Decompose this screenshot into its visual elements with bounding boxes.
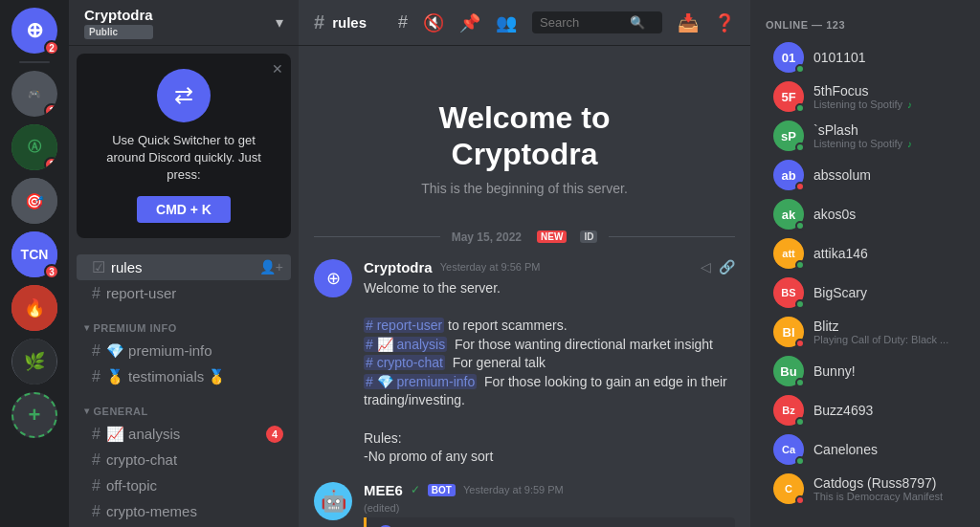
- avatar-buzz4693: Bz: [773, 395, 804, 426]
- member-akos0s[interactable]: ak akos0s: [758, 195, 972, 233]
- member-abssolum[interactable]: ab abssolum: [758, 156, 972, 194]
- name-attika146: attika146: [813, 246, 965, 261]
- info-canelones: Canelones: [813, 442, 965, 457]
- server-icon-6[interactable]: 🌿: [11, 339, 57, 384]
- channel-name-testimonials: 🥇 testimonials 🥇: [106, 368, 227, 385]
- member-0101101[interactable]: 01 0101101: [758, 38, 972, 77]
- server-icon-1[interactable]: 🎮 1: [11, 71, 57, 117]
- hashtag-icon-off-topic: #: [92, 477, 100, 494]
- status-5thFocus: Listening to Spotify ♪: [813, 99, 965, 110]
- channel-item-off-topic[interactable]: # off-topic: [77, 473, 291, 498]
- chat-hashtag-icon: #: [314, 11, 324, 33]
- channel-sidebar: Cryptodra Public ▾ ✕ ⇄ Use Quick Switche…: [69, 0, 299, 527]
- cryptodra-avatar: ⊕: [314, 259, 352, 297]
- new-badge: NEW: [537, 231, 567, 243]
- name-akos0s: akos0s: [813, 207, 965, 222]
- info-0101101: 0101101: [813, 50, 965, 65]
- member-bunny[interactable]: Bu Bunny!: [758, 352, 972, 390]
- hashtag-icon-crypto-chat: #: [92, 451, 100, 469]
- info-5thFocus: 5thFocus Listening to Spotify ♪: [813, 83, 965, 110]
- msg-icons-cryptodra: ◁ 🔗: [701, 259, 735, 274]
- server-divider: [19, 61, 50, 63]
- channel-item-crypto-chat[interactable]: # crypto-chat: [77, 448, 291, 472]
- server-name: Cryptodra: [84, 7, 153, 23]
- status-splash: Listening to Spotify ♪: [813, 138, 965, 149]
- member-canelones[interactable]: Ca Canelones: [758, 430, 972, 469]
- channel-item-crypto-memes[interactable]: # crypto-memes: [77, 499, 291, 524]
- badge-2: 1: [44, 157, 57, 170]
- name-bunny: Bunny!: [813, 363, 965, 379]
- mention-report-user: # report-user: [364, 318, 444, 333]
- mee6-author: MEE6: [364, 482, 403, 498]
- category-premium-info[interactable]: PREMIUM INFO: [69, 307, 299, 338]
- hashtag-icon-rules: ☑: [92, 258, 105, 276]
- public-badge: Public: [84, 25, 153, 39]
- server-badge-1: 2: [44, 40, 59, 55]
- channel-item-report-user[interactable]: # report-user: [77, 281, 291, 306]
- message-cryptodra: ⊕ Cryptodra Yesterday at 9:56 PM ◁ 🔗 Wel…: [314, 259, 735, 467]
- channel-item-premium-info[interactable]: # 💎 premium-info: [77, 339, 291, 363]
- welcome-title: Welcome toCryptodra: [314, 99, 735, 173]
- avatar-0101101: 01: [773, 42, 804, 73]
- discord-home-icon[interactable]: ⊕ 2: [11, 8, 57, 54]
- message-mee6: 🤖 MEE6 ✓ BOT Yesterday at 9:59 PM (edite…: [314, 482, 735, 527]
- name-buzz4693: Buzz4693: [813, 403, 965, 418]
- channel-name-analysis: 📈 analysis: [106, 426, 180, 443]
- channel-item-testimonials[interactable]: # 🥇 testimonials 🥇: [77, 364, 291, 389]
- quick-switcher-shortcut[interactable]: CMD + K: [137, 196, 231, 223]
- category-general[interactable]: GENERAL: [69, 390, 299, 421]
- quick-switcher-close[interactable]: ✕: [272, 61, 283, 77]
- server-header[interactable]: Cryptodra Public ▾: [69, 0, 299, 46]
- member-buzz4693[interactable]: Bz Buzz4693: [758, 391, 972, 429]
- quick-switcher-icon: ⇄: [157, 69, 211, 122]
- server-icon-2[interactable]: Ⓐ 1: [11, 124, 57, 170]
- search-box[interactable]: 🔍: [532, 11, 662, 33]
- channel-item-analysis[interactable]: # 📈 analysis 4: [77, 422, 291, 447]
- avatar-canelones: Ca: [773, 434, 804, 465]
- add-server-button[interactable]: +: [11, 392, 57, 438]
- chat-header: # rules # 🔇 📌 👥 🔍 📥 ❓: [299, 0, 750, 46]
- chat-header-icons: # 🔇 📌 👥 🔍 📥 ❓: [398, 11, 735, 33]
- server-icon-3[interactable]: 🎯: [11, 178, 57, 224]
- message-quote: ⊕ Cryptodra React with the ⊕ below this …: [364, 517, 735, 527]
- channel-name-off-topic: off-topic: [106, 477, 157, 494]
- badge-1: 1: [44, 103, 57, 117]
- info-abssolum: abssolum: [813, 167, 965, 183]
- member-bigscary[interactable]: BS BigScary: [758, 274, 972, 312]
- channel-name-rules: rules: [111, 259, 143, 275]
- avatar-bigscary: BS: [773, 277, 804, 308]
- server-icon-5[interactable]: 🔥: [11, 285, 57, 331]
- channel-list: ☑ rules 👤+ # report-user PREMIUM INFO # …: [69, 246, 299, 527]
- members-header-icon[interactable]: 👥: [496, 12, 517, 33]
- member-catdogs[interactable]: C Catdogs (Russ8797) This is Democracy M…: [758, 470, 972, 508]
- member-splash[interactable]: sP `sPlash Listening to Spotify ♪: [758, 117, 972, 155]
- avatar-catdogs: C: [773, 473, 804, 504]
- cryptodra-message-text: Welcome to the server. # report-user to …: [364, 279, 735, 467]
- channel-welcome: Welcome toCryptodra This is the beginnin…: [314, 61, 735, 215]
- avatar-blitz: Bl: [773, 317, 804, 347]
- server-icon-4[interactable]: TCN 3: [11, 231, 57, 277]
- search-input[interactable]: [540, 15, 626, 30]
- status-blitz: Playing Call of Duty: Black ...: [813, 334, 965, 345]
- welcome-subtitle: This is the beginning of this server.: [314, 181, 735, 196]
- quick-switcher-popup: ✕ ⇄ Use Quick Switcher to get around Dis…: [77, 54, 291, 238]
- inbox-header-icon[interactable]: 📥: [678, 12, 699, 33]
- status-catdogs: This is Democracy Manifest: [813, 491, 965, 502]
- members-section-header: ONLINE — 123: [750, 15, 980, 34]
- mute-header-icon[interactable]: 🔇: [423, 12, 444, 33]
- hashtag-icon-crypto-memes: #: [92, 503, 100, 520]
- member-5thFocus[interactable]: 5F 5thFocus Listening to Spotify ♪: [758, 77, 972, 116]
- member-blitz[interactable]: Bl Blitz Playing Call of Duty: Black ...: [758, 313, 972, 351]
- mention-premium-info: # 💎 premium-info: [364, 374, 477, 389]
- pin-header-icon[interactable]: 📌: [459, 12, 480, 33]
- help-header-icon[interactable]: ❓: [714, 12, 735, 33]
- avatar-splash: sP: [773, 121, 804, 151]
- member-attika146[interactable]: att attika146: [758, 234, 972, 273]
- channel-name-report: report-user: [106, 285, 176, 301]
- mee6-avatar: 🤖: [314, 482, 352, 520]
- hashtag-header-icon[interactable]: #: [398, 12, 408, 33]
- channel-item-rules[interactable]: ☑ rules 👤+: [77, 254, 291, 280]
- members-sidebar: ONLINE — 123 01 0101101 5F 5thFocus List…: [750, 0, 980, 527]
- name-splash: `sPlash: [813, 122, 965, 138]
- date-label: May 15, 2022: [452, 231, 522, 244]
